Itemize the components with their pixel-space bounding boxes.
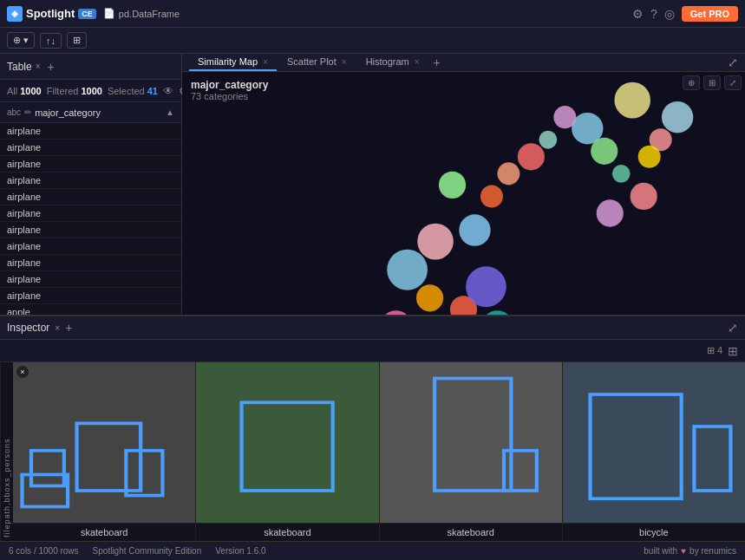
table-row[interactable]: airplane — [0, 140, 181, 156]
file-icon: 📄 — [103, 8, 115, 19]
expand-viz-icon[interactable]: ⤢ — [728, 55, 738, 69]
built-text: built with — [644, 546, 677, 556]
svg-point-11 — [638, 146, 661, 168]
inspector-layout-icon[interactable]: ⊞ — [728, 344, 738, 358]
github-icon[interactable]: ◎ — [664, 7, 675, 21]
column-name: major_category — [35, 107, 162, 118]
svg-point-12 — [597, 199, 624, 226]
inspector-grid-count: ⊞ 4 — [707, 345, 722, 356]
filter-label: ▾ — [23, 35, 29, 46]
main-content: Table × + All 1000 Filtered 1000 Selecte… — [0, 54, 745, 541]
eye-icon[interactable]: 👁 — [163, 85, 173, 97]
get-pro-button[interactable]: Get PRO — [682, 6, 738, 22]
scatter-plot-close[interactable]: × — [342, 57, 347, 67]
app-icon: ◈ — [7, 6, 23, 22]
svg-point-4 — [553, 106, 576, 128]
svg-rect-61 — [23, 475, 69, 507]
category-count: 73 categories — [191, 91, 268, 101]
svg-point-17 — [387, 250, 428, 290]
filter-button[interactable]: ⊕ ▾ — [7, 32, 35, 49]
all-count: 1000 — [20, 86, 41, 96]
version-info: Version 1.6.0 — [215, 546, 265, 556]
cols-rows-info: 6 cols / 1000 rows — [9, 546, 79, 556]
table-close-button[interactable]: × — [36, 62, 41, 71]
svg-rect-66 — [694, 427, 730, 491]
table-add-button[interactable]: + — [48, 60, 55, 74]
expand-viz-button[interactable]: ⤢ — [724, 75, 742, 90]
tab-histogram[interactable]: Histogram × — [357, 54, 428, 71]
table-row[interactable]: airplane — [0, 238, 181, 255]
edition-info: Spotlight Community Edition — [93, 546, 202, 556]
inspector-item-label: bicycle — [563, 523, 745, 541]
viz-tabs: Similarity Map × Scatter Plot × Histogra… — [182, 54, 745, 72]
titlebar-actions: ⚙ ? ◎ Get PRO — [632, 6, 738, 22]
sort-col-icon[interactable]: ▲ — [166, 107, 174, 117]
table-row[interactable]: airplane — [0, 205, 181, 222]
histogram-close[interactable]: × — [415, 57, 420, 67]
by-renumics: by renumics — [689, 546, 736, 556]
svg-point-5 — [591, 138, 618, 165]
table-row[interactable]: apple — [0, 304, 181, 315]
inspector-item-label: skateboard — [196, 523, 378, 541]
tab-similarity-map[interactable]: Similarity Map × — [189, 54, 277, 71]
inspector-item-label: skateboard — [380, 523, 562, 541]
table-row[interactable]: airplane — [0, 123, 181, 140]
col-side-label: filepath,bboxs_persons — [0, 362, 13, 541]
table-row[interactable]: airplane — [0, 156, 181, 173]
inspector-image — [563, 362, 745, 523]
table-row[interactable]: airplane — [0, 288, 181, 304]
abc-icon: abc — [7, 107, 21, 117]
svg-rect-63 — [435, 379, 511, 492]
svg-rect-60 — [31, 451, 64, 486]
similarity-map-close[interactable]: × — [263, 57, 268, 67]
svg-rect-64 — [503, 451, 536, 491]
selected-label: Selected — [108, 86, 145, 96]
svg-point-18 — [416, 284, 443, 311]
inspector-image — [13, 362, 195, 523]
status-right: built with ♥ by renumics — [644, 546, 736, 556]
inspector-item-close[interactable]: × — [16, 366, 29, 378]
table-row[interactable]: airplane — [0, 255, 181, 271]
add-viz-tab-button[interactable]: + — [430, 55, 444, 69]
inspector-image — [196, 362, 378, 523]
sort-icon: ↑↓ — [46, 36, 56, 46]
tab-scatter-plot[interactable]: Scatter Plot × — [278, 54, 356, 71]
sort-button[interactable]: ↑↓ — [40, 33, 62, 49]
help-icon[interactable]: ? — [650, 7, 657, 21]
inspector-close-button[interactable]: × — [55, 323, 60, 333]
inspector-item: ×skateboard — [13, 362, 196, 541]
filter-viz-button[interactable]: ⊕ — [683, 75, 700, 90]
grid-viz-button[interactable]: ⊞ — [703, 75, 721, 90]
inspector-item: bicycle — [563, 362, 745, 541]
filtered-label: Filtered — [47, 86, 79, 96]
inspector-item-label: skateboard — [13, 523, 195, 541]
table-row[interactable]: airplane — [0, 222, 181, 238]
column-header[interactable]: abc ✏ major_category ▲ — [0, 102, 181, 123]
svg-point-6 — [614, 82, 650, 119]
inspector-add-button[interactable]: + — [65, 321, 72, 335]
svg-point-1 — [497, 162, 520, 185]
file-path-text: pd.DataFrame — [119, 9, 180, 19]
table-stats: All 1000 Filtered 1000 Selected 41 👁 ⚙ — [0, 80, 181, 102]
statusbar: 6 cols / 1000 rows Spotlight Community E… — [0, 541, 745, 560]
table-row[interactable]: airplane — [0, 189, 181, 205]
all-label: All — [7, 86, 17, 96]
scatter-plot-label: Scatter Plot — [287, 56, 337, 67]
edit-icon[interactable]: ✏ — [24, 107, 31, 117]
viz-label: major_category 73 categories — [191, 79, 268, 101]
svg-point-23 — [466, 266, 506, 307]
table-panel: Table × + All 1000 Filtered 1000 Selecte… — [0, 54, 182, 315]
inspector-title: Inspector — [7, 322, 49, 334]
table-header: Table × + — [0, 54, 181, 80]
table-row[interactable]: airplane — [0, 271, 181, 288]
inspector-section: Inspector × + ⤢ ⊞ 4 ⊞ filepath,bboxs_per… — [0, 316, 745, 541]
filtered-count: 1000 — [81, 86, 101, 96]
svg-rect-62 — [242, 402, 333, 491]
table-row[interactable]: airplane — [0, 173, 181, 189]
layout-button[interactable]: ⊞ — [67, 32, 87, 49]
scatter-plot-canvas[interactable] — [182, 72, 745, 316]
table-tab[interactable]: Table × — [7, 61, 41, 73]
expand-inspector-icon[interactable]: ⤢ — [728, 321, 738, 335]
settings-icon[interactable]: ⚙ — [632, 7, 644, 21]
heart-icon: ♥ — [681, 546, 686, 556]
